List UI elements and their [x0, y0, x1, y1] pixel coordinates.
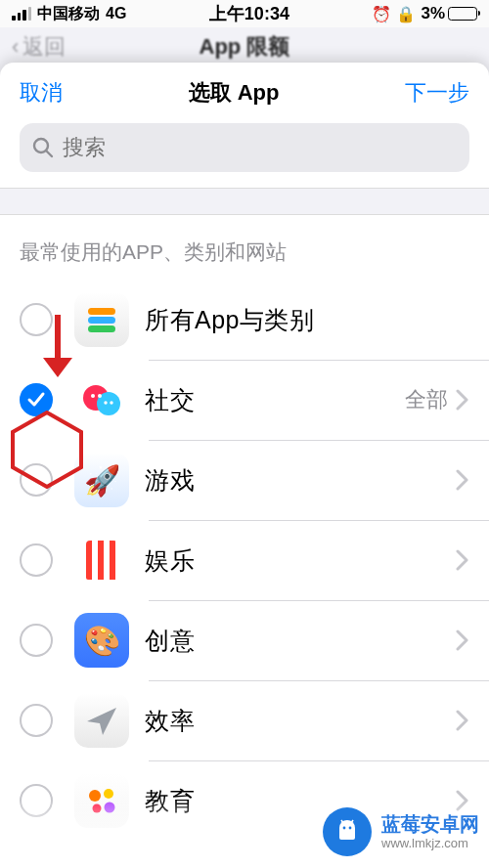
- battery-percent: 3%: [421, 4, 445, 23]
- row-label: 创意: [145, 625, 456, 657]
- row-social[interactable]: 社交 全部: [0, 360, 489, 440]
- background-header: ‹ 返回 App 限额: [0, 27, 489, 66]
- chat-icon: [74, 372, 129, 427]
- svg-point-9: [98, 394, 102, 398]
- section-separator: [0, 188, 489, 215]
- background-title: App 限额: [200, 32, 290, 62]
- row-label: 所有App与类别: [145, 304, 469, 336]
- svg-point-15: [105, 803, 115, 813]
- alarm-icon: ⏰: [372, 5, 391, 23]
- sheet-title: 选取 App: [189, 78, 280, 108]
- status-bar: 中国移动 4G 上午10:34 ⏰ 🔒 3%: [0, 0, 489, 27]
- search-field[interactable]: [20, 123, 469, 172]
- row-games[interactable]: 🚀 游戏: [0, 440, 489, 520]
- radio-unchecked[interactable]: [20, 463, 53, 497]
- search-icon: [31, 136, 55, 159]
- svg-point-17: [349, 827, 352, 830]
- battery-icon: [448, 7, 477, 22]
- chevron-right-icon: [456, 629, 469, 651]
- svg-rect-3: [88, 308, 115, 315]
- svg-line-2: [47, 152, 53, 157]
- network-label: 4G: [106, 5, 126, 22]
- modal-sheet: 取消 选取 App 下一步 最常使用的APP、类别和网站 所有App与类别 社交…: [0, 63, 489, 868]
- radio-unchecked[interactable]: [20, 784, 53, 817]
- row-label: 效率: [145, 705, 456, 737]
- rocket-icon: 🚀: [74, 453, 129, 507]
- chevron-right-icon: [456, 549, 469, 571]
- sheet-header: 取消 选取 App 下一步: [0, 63, 489, 123]
- row-all-apps[interactable]: 所有App与类别: [0, 280, 489, 360]
- svg-point-13: [104, 789, 113, 799]
- checkmark-icon: [26, 390, 46, 410]
- svg-point-8: [91, 394, 95, 398]
- chevron-right-icon: [456, 469, 469, 491]
- svg-point-12: [89, 790, 101, 802]
- svg-point-16: [343, 827, 346, 830]
- row-label: 社交: [145, 384, 405, 416]
- watermark: 蓝莓安卓网 www.lmkjz.com: [323, 807, 479, 856]
- radio-unchecked[interactable]: [20, 704, 53, 737]
- dots-icon: [74, 773, 129, 828]
- search-input[interactable]: [63, 135, 458, 160]
- palette-icon: 🎨: [74, 613, 129, 668]
- radio-unchecked[interactable]: [20, 624, 53, 657]
- stack-icon: [74, 292, 129, 347]
- popcorn-icon: [74, 533, 129, 587]
- chevron-right-icon: [456, 389, 469, 411]
- background-back-label: 返回: [22, 32, 66, 62]
- radio-unchecked[interactable]: [20, 543, 53, 577]
- radio-checked[interactable]: [20, 383, 53, 416]
- paperplane-icon: [74, 693, 129, 748]
- orientation-lock-icon: 🔒: [396, 5, 416, 23]
- status-bar-right: ⏰ 🔒 3%: [372, 4, 477, 23]
- watermark-title: 蓝莓安卓网: [381, 812, 479, 836]
- row-entertainment[interactable]: 娱乐: [0, 520, 489, 600]
- section-title: 最常使用的APP、类别和网站: [0, 215, 489, 280]
- svg-point-10: [104, 401, 107, 404]
- svg-rect-4: [88, 317, 115, 324]
- cancel-button[interactable]: 取消: [20, 78, 63, 108]
- svg-point-14: [93, 804, 102, 813]
- clock: 上午10:34: [209, 2, 289, 25]
- battery-indicator: 3%: [421, 4, 477, 23]
- signal-icon: [12, 7, 31, 21]
- carrier-label: 中国移动: [37, 4, 100, 24]
- svg-rect-5: [88, 326, 115, 332]
- background-back-button: ‹ 返回: [12, 32, 66, 62]
- chevron-right-icon: [456, 710, 469, 731]
- radio-unchecked[interactable]: [20, 303, 53, 336]
- row-creativity[interactable]: 🎨 创意: [0, 600, 489, 680]
- watermark-logo-icon: [323, 807, 372, 856]
- next-button[interactable]: 下一步: [405, 78, 469, 108]
- row-trail-text: 全部: [405, 385, 448, 414]
- watermark-url: www.lmkjz.com: [381, 836, 479, 851]
- row-label: 娱乐: [145, 544, 456, 577]
- svg-point-11: [110, 401, 112, 404]
- chevron-left-icon: ‹: [12, 34, 19, 60]
- status-bar-left: 中国移动 4G: [12, 4, 126, 24]
- row-label: 游戏: [145, 464, 456, 497]
- row-productivity[interactable]: 效率: [0, 680, 489, 760]
